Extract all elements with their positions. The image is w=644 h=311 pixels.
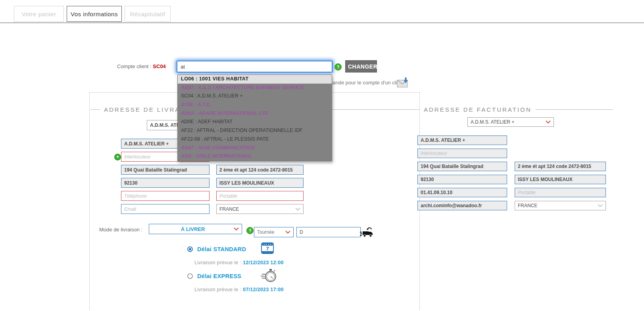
billing-address-select[interactable]: A.D.M.S. ATELIER +: [467, 117, 554, 127]
divider: [536, 109, 613, 110]
autocomplete-item[interactable]: AD0A : ADARE INTERNATIONAL LTD: [178, 109, 332, 118]
chevron-down-icon: [295, 208, 300, 211]
tournee-value: Tournée: [257, 229, 274, 235]
chevron-down-icon: [546, 120, 551, 124]
standard-delay-radio[interactable]: [187, 246, 193, 252]
autocomplete-item[interactable]: SC04 : A.D.M.S. ATELIER +: [178, 92, 332, 101]
chevron-down-icon: [598, 204, 603, 207]
autocomplete-item[interactable]: AT0E : A.T.C.: [178, 101, 332, 109]
account-autocomplete-dropdown: LO06 : 1001 VIES HABITATAB07 : A.&.S / A…: [177, 74, 332, 161]
tab-votre-panier[interactable]: Votre panier: [14, 6, 64, 22]
standard-delay-label: Délai STANDARD: [197, 246, 246, 252]
billing-country-value: FRANCE: [518, 203, 537, 208]
autocomplete-item[interactable]: AF22 : AFTRAL - DIRECTION OPERATIONNELLE…: [178, 126, 332, 135]
standard-date: 12/12/2023 12:00: [243, 260, 284, 265]
tabbar-divider: [0, 23, 644, 23]
billing-address2-field[interactable]: [515, 162, 606, 171]
express-date: 07/12/2023 17:00: [243, 287, 284, 292]
change-account-button[interactable]: CHANGER: [345, 60, 377, 73]
billing-title-text: ADRESSE DE FACTURATION: [420, 106, 536, 113]
delivery-phone-field[interactable]: [121, 191, 210, 201]
account-code: SC04: [153, 63, 166, 69]
billing-company-field[interactable]: [417, 135, 507, 145]
delivery-address1-field[interactable]: [121, 165, 210, 175]
billing-phone-field[interactable]: [417, 188, 507, 197]
delivery-mobile-field[interactable]: [216, 191, 304, 201]
account-label-text: Compte client :: [117, 63, 152, 69]
tab-recapitulatif[interactable]: Récapitulatif: [125, 6, 171, 22]
autocomplete-item[interactable]: AI16 : AIGLE INTERNATIONAL: [178, 152, 332, 161]
add-contact-icon[interactable]: +: [114, 154, 121, 160]
checkout-page: Votre panier Vos informations Récapitula…: [0, 0, 644, 311]
autocomplete-item[interactable]: AD0E : ADEF HABITAT: [178, 118, 332, 126]
delivery-mode-value: À LIVRER: [152, 226, 234, 232]
billing-zip-field[interactable]: [417, 175, 507, 184]
express-delay-radio[interactable]: [187, 273, 193, 279]
help-icon-account[interactable]: ?: [334, 63, 342, 71]
billing-title: ADRESSE DE FACTURATION: [413, 106, 613, 113]
delivery-email-field[interactable]: [121, 204, 210, 214]
account-label: Compte client : SC04: [117, 63, 166, 69]
tournee-select[interactable]: Tournée: [254, 227, 294, 237]
delivery-truck-icon: [359, 226, 375, 240]
stopwatch-icon: [259, 268, 277, 286]
autocomplete-item[interactable]: AF22-08 : AFTRAL - LE PLESSIS PATE: [178, 135, 332, 144]
account-search-input[interactable]: [177, 61, 333, 73]
tab-vos-informations[interactable]: Vos informations: [67, 6, 122, 22]
autocomplete-item[interactable]: LO06 : 1001 VIES HABITAT: [178, 75, 332, 84]
delivery-city-field[interactable]: [216, 178, 304, 188]
chevron-down-icon: [234, 227, 239, 231]
svg-text:7: 7: [266, 246, 269, 252]
delivery-mode-label: Mode de livraison :: [99, 227, 142, 233]
delivery-zip-field[interactable]: [121, 178, 210, 188]
standard-delivery-note: Livraison prévue le : 12/12/2023 12:00: [194, 260, 284, 265]
delivery-address2-field[interactable]: [216, 165, 304, 175]
billing-address1-field[interactable]: [417, 162, 507, 171]
express-delivery-note: Livraison prévue le : 07/12/2023 17:00: [194, 287, 284, 292]
autocomplete-item[interactable]: AB07 : A.&.S / ARCHITECTURE BATIMENT SER…: [178, 84, 332, 92]
divider: [413, 109, 420, 110]
express-delay-label: Délai EXPRESS: [197, 273, 241, 279]
delivery-country-select[interactable]: FRANCE: [216, 204, 304, 214]
delivery-country-value: FRANCE: [219, 206, 239, 212]
divider: [90, 109, 100, 110]
autocomplete-item[interactable]: AG07 : AGIR COMMUNICATION: [178, 144, 332, 153]
express-note-text: Livraison prévue le :: [194, 287, 241, 292]
delivery-mode-select[interactable]: À LIVRER: [149, 224, 242, 234]
mail-order-icon[interactable]: [397, 77, 409, 90]
billing-country-select[interactable]: FRANCE: [515, 201, 606, 210]
standard-note-text: Livraison prévue le :: [194, 260, 241, 265]
chevron-down-icon: [285, 231, 290, 234]
help-icon-tournee[interactable]: ?: [246, 227, 254, 234]
billing-address-select-value: A.D.M.S. ATELIER +: [471, 119, 514, 125]
tournee-code-input[interactable]: [296, 227, 361, 237]
billing-city-field[interactable]: [515, 175, 606, 184]
calendar-icon: 7: [261, 242, 274, 256]
billing-email-field[interactable]: [417, 201, 507, 210]
billing-mobile-field[interactable]: [515, 188, 606, 197]
billing-interlocuteur-field[interactable]: [417, 149, 507, 158]
